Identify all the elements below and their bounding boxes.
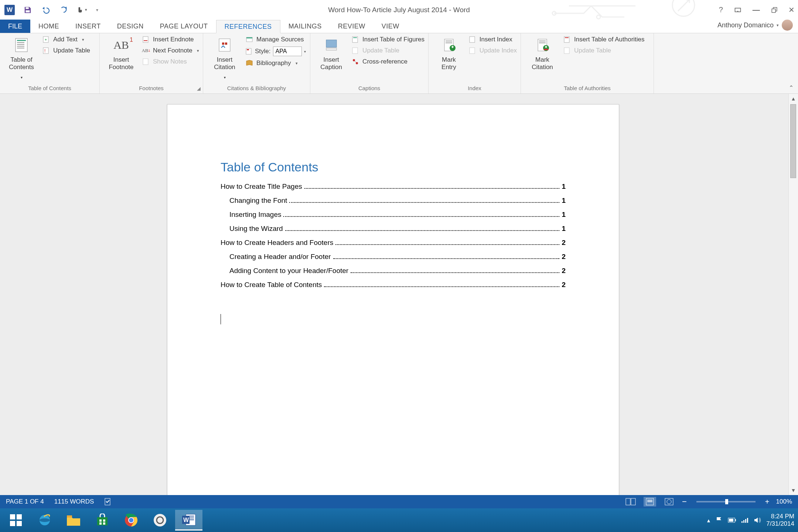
ribbon: Table of Contents▾ +Add Text !Update Tab…	[0, 33, 798, 94]
store-icon[interactable]	[89, 510, 116, 531]
flag-icon[interactable]	[715, 516, 723, 524]
zoom-in-icon[interactable]: +	[765, 498, 770, 506]
add-text-button[interactable]: +Add Text	[42, 35, 90, 44]
file-explorer-icon[interactable]	[60, 510, 87, 531]
collapse-ribbon-icon[interactable]: ⌃	[789, 84, 794, 91]
svg-point-68	[129, 518, 133, 522]
word-taskbar-icon[interactable]: W	[175, 510, 202, 531]
toc-entry[interactable]: How to Create Title Pages1	[221, 180, 566, 194]
svg-rect-22	[246, 37, 252, 38]
app-icon[interactable]	[146, 510, 174, 531]
insert-authorities-button[interactable]: Insert Table of Authorities	[563, 35, 645, 44]
vertical-scrollbar[interactable]: ▲ ▼	[788, 94, 798, 495]
dialog-launcher-icon[interactable]: ◢	[197, 86, 201, 91]
svg-rect-61	[97, 517, 108, 525]
toc-entry[interactable]: Inserting Images1	[221, 208, 566, 222]
insert-index-button[interactable]: Insert Index	[468, 35, 517, 44]
svg-rect-77	[735, 519, 736, 521]
tray-overflow-icon[interactable]: ▴	[707, 517, 710, 524]
insert-footnote-button[interactable]: AB1 Insert Footnote	[103, 35, 139, 71]
scroll-down-icon[interactable]: ▼	[789, 485, 798, 495]
chrome-icon[interactable]	[117, 510, 145, 531]
tab-home[interactable]: HOME	[30, 20, 67, 33]
toc-entry[interactable]: Using the Wizard1	[221, 222, 566, 236]
battery-icon[interactable]	[728, 518, 736, 523]
svg-point-4	[597, 15, 600, 19]
read-mode-icon[interactable]	[624, 497, 637, 507]
toc-entry[interactable]: Changing the Font1	[221, 194, 566, 208]
account-menu[interactable]: Anthony Domanico ▾	[717, 20, 793, 31]
svg-rect-11	[17, 46, 24, 47]
toc-entry[interactable]: Adding Content to your Header/Footer2	[221, 264, 566, 278]
svg-rect-18	[144, 40, 147, 41]
svg-rect-36	[470, 37, 475, 42]
svg-rect-51	[647, 501, 652, 502]
toc-entry[interactable]: Creating a Header and/or Footer2	[221, 250, 566, 264]
wifi-icon[interactable]	[741, 517, 748, 523]
insert-citation-button[interactable]: Insert Citation▾	[207, 35, 242, 81]
scroll-up-icon[interactable]: ▲	[789, 94, 798, 103]
minimize-icon[interactable]: —	[753, 6, 760, 14]
word-count[interactable]: 1115 WORDS	[54, 498, 94, 505]
group-label: Table of Authorities	[525, 83, 650, 93]
mark-entry-button[interactable]: Mark Entry	[432, 35, 466, 71]
cross-reference-button[interactable]: Cross-reference	[351, 58, 424, 66]
bibliography-button[interactable]: Bibliography	[245, 59, 306, 67]
ie-icon[interactable]	[31, 510, 58, 531]
svg-rect-78	[729, 519, 733, 522]
tab-mailings[interactable]: MAILINGS	[280, 20, 330, 33]
tab-file[interactable]: FILE	[0, 20, 30, 33]
zoom-slider[interactable]	[696, 501, 756, 502]
insert-endnote-button[interactable]: Insert Endnote	[142, 35, 199, 44]
print-layout-icon[interactable]	[644, 497, 656, 507]
svg-text:W: W	[183, 517, 189, 523]
table-of-contents-button[interactable]: Table of Contents▾	[4, 35, 39, 81]
svg-rect-54	[10, 514, 15, 519]
scroll-thumb[interactable]	[790, 104, 796, 178]
update-table-button[interactable]: !Update Table	[42, 47, 90, 55]
svg-rect-60	[67, 515, 72, 518]
proofing-icon[interactable]	[104, 498, 112, 506]
group-label: Citations & Bibliography	[207, 83, 306, 93]
update-authorities-button: Update Table	[563, 47, 645, 55]
next-footnote-button[interactable]: AB1Next Footnote	[142, 47, 199, 55]
svg-rect-28	[353, 37, 357, 38]
svg-rect-45	[564, 48, 569, 54]
insert-caption-button[interactable]: Insert Caption	[314, 35, 348, 71]
tab-review[interactable]: REVIEW	[330, 20, 374, 33]
restore-icon[interactable]	[771, 7, 778, 13]
system-tray[interactable]: ▴ 8:24 PM 7/31/2014	[707, 513, 794, 528]
start-button[interactable]	[2, 510, 30, 531]
manage-sources-button[interactable]: Manage Sources	[245, 35, 306, 44]
update-figures-button: Update Table	[351, 47, 424, 55]
web-layout-icon[interactable]	[663, 497, 675, 507]
toc-entry[interactable]: How to Create Headers and Footers2	[221, 236, 566, 250]
svg-rect-40	[539, 42, 546, 43]
status-bar: PAGE 1 OF 4 1115 WORDS − + 100%	[0, 495, 798, 508]
insert-table-figures-button[interactable]: Insert Table of Figures	[351, 35, 424, 44]
close-icon[interactable]: ×	[789, 4, 794, 16]
svg-rect-10	[17, 44, 24, 45]
tab-references[interactable]: REFERENCES	[216, 20, 280, 33]
document-page[interactable]: Table of Contents How to Create Title Pa…	[167, 104, 619, 495]
zoom-out-icon[interactable]: −	[682, 497, 687, 507]
ribbon-display-icon[interactable]	[734, 6, 741, 14]
tab-insert[interactable]: INSERT	[67, 20, 109, 33]
svg-rect-80	[743, 520, 744, 523]
svg-point-2	[672, 0, 695, 16]
svg-rect-37	[470, 48, 475, 54]
toc-entry[interactable]: How to Create Table of Contents2	[221, 278, 566, 292]
tab-design[interactable]: DESIGN	[109, 20, 152, 33]
svg-text:!: !	[44, 48, 45, 54]
clock[interactable]: 8:24 PM 7/31/2014	[766, 513, 794, 528]
svg-rect-57	[17, 521, 22, 526]
page-indicator[interactable]: PAGE 1 OF 4	[6, 498, 44, 505]
help-icon[interactable]: ?	[719, 6, 723, 14]
tab-view[interactable]: VIEW	[374, 20, 407, 33]
citation-style-select[interactable]: Style:▾	[245, 47, 306, 56]
tab-page-layout[interactable]: PAGE LAYOUT	[152, 20, 216, 33]
volume-icon[interactable]	[754, 517, 761, 524]
zoom-level[interactable]: 100%	[776, 498, 792, 505]
mark-citation-button[interactable]: Mark Citation	[525, 35, 560, 71]
show-notes-button: Show Notes	[142, 58, 199, 66]
